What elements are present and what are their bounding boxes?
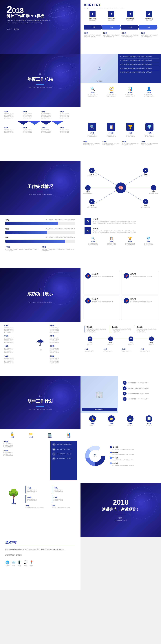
end-date: 20××年××月××日	[102, 519, 140, 522]
box3-sub: (请输入内容)	[122, 20, 139, 21]
branch-grid: 小标题 输入内容输入内容com输入内容输入内容com 小标题 输入内容输入内容c…	[26, 486, 76, 503]
main-title: 科技工作汇报PPT模板	[7, 14, 44, 18]
right-panel-3: 输入内容输入内容com输入内容输入内容com输入内容	[120, 64, 159, 66]
circle-icon-3: 💻 小标题 输入内容com	[127, 416, 134, 426]
umbrella-item-4: 小标题 输入内容输入内容com输入内容输入内容com输入内容输入内容com输入内…	[4, 355, 31, 364]
step-03: 03 小标题 输入内容com	[128, 336, 134, 345]
svg-text:图表: 图表	[94, 456, 96, 457]
icon-item-search: 🔍 小标题 输入内容输入内容com输入内容输入内容com	[83, 123, 101, 137]
bottom-icon-1: 🔍 小标题 输入内容输入内容com输入内容输入内容com	[83, 85, 102, 105]
umbrella-item-3: 小标题 输入内容输入内容com输入内容输入内容com输入内容输入内容com输入内…	[4, 345, 31, 353]
content-box-4: 4 明年工作计划 (请输入内容)	[140, 11, 158, 21]
right-panel-1: 输入内容输入内容com输入内容输入内容com输入内容	[120, 56, 159, 58]
project-item-1: 📌 输入标题 输入内容输入内容com输入内容输入内容com	[83, 271, 120, 294]
node-4: ▲ 小标题 输入内容输入内容com	[141, 199, 150, 208]
step-01: 01 小标题 输入内容com	[87, 336, 93, 345]
slide-umbrella: 小标题 输入内容输入内容com输入内容输入内容com输入内容输入内容com输入内…	[0, 322, 80, 376]
slide-numlist: 3 小标题 输入内容输入内容com输入内容输入内容com输入内容输入内容com输…	[80, 215, 161, 268]
b-icon-4: 💎 小标题 输入内容输入内容com输入内容输入内容com	[140, 237, 157, 245]
content-box-3: 3 成绩回顾及展望 (请输入内容)	[122, 11, 139, 21]
step-02: 02 小标题 输入内容com	[108, 336, 113, 345]
bottom-icon-2: 🧭 小标题 输入内容输入内容com输入内容输入内容com	[102, 85, 121, 105]
icon-item-list: 📋 小标题 输入内容输入内容com输入内容输入内容com	[102, 123, 120, 137]
section-title-04: 明年工作计划	[27, 398, 53, 404]
content-subtitle: Lorem ipsum dolor sit amet, consectetur …	[84, 8, 158, 8]
slide-arrows: 小标题 输入内容输入内容com输入内容输入内容com输入内容输入内容com输入内…	[0, 107, 80, 161]
bottom-circles: 🔒 小标题 输入内容com 📁 小标题 输入内容com 💻 小标题 输入内容co…	[80, 412, 161, 429]
arrow-text-row-2: 小标题 输入内容输入内容com输入内容输入内容com输入内容输入内容com 小标…	[4, 127, 76, 134]
slide-section-02: 02 工作完成情况 Lorem ipsum dolor sit amet con…	[0, 161, 80, 215]
tree-bottom: 小标题 输入内容输入内容com输入内容输入内容com 小标题 输入内容输入内容c…	[26, 505, 76, 508]
timeline-top: 输入标题 输入内容输入内容com输入内容输入内容com输入内容输入内容com输入…	[84, 326, 157, 332]
timeline-top-1: 输入标题 输入内容输入内容com输入内容输入内容com输入内容输入内容com输入…	[84, 326, 107, 332]
arrow-item-8: 小标题 输入内容输入内容com输入内容输入内容com输入内容输入内容com	[60, 127, 76, 134]
rp-item-04: 04 输入内容输入内容com输入内容	[52, 457, 75, 460]
bottom-left-2: 小标题 输入内容输入内容com输入内容输入内容com输入内容输入内容com	[102, 140, 120, 146]
b-icon-2: 📋 小标题 输入内容输入内容com输入内容输入内容com	[103, 237, 120, 245]
slide-plan: 🏢 本年度完成情况 01 输入内容输入内容com输入内容输入内容com 02 输…	[80, 376, 161, 429]
rp-item-02: 02 输入内容输入内容com输入内容	[52, 448, 75, 451]
mind-center: 🧠	[116, 182, 126, 193]
content-heading: CONTENT	[84, 3, 158, 7]
bottom-left-1: 小标题 输入内容输入内容com输入内容输入内容com输入内容输入内容com	[83, 140, 100, 146]
arrow-item-3: 小标题 输入内容输入内容com输入内容输入内容com输入内容输入内容com输入内…	[41, 111, 58, 119]
small-item-2: 小标题 输入内容输入内容com输入内容输入内容com输入内容输入内容com	[103, 32, 120, 37]
box3-title: 成绩回顾及展望	[122, 18, 139, 20]
branch-1: 小标题 输入内容输入内容com输入内容输入内容com	[26, 486, 50, 494]
small-items: 小标题 输入内容输入内容com输入内容输入内容com输入内容输入内容com 小标…	[84, 32, 158, 37]
b-icon-3: 🏆 小标题 输入内容输入内容com输入内容输入内容com	[122, 237, 138, 245]
plan-item-1: 01 输入内容输入内容com输入内容输入内容com	[123, 381, 159, 385]
num-item-3: 3 小标题 输入内容输入内容com输入内容输入内容com输入内容输入内容com输…	[84, 218, 157, 225]
tl-bottom-4: 小标题 输入内容输入内容com	[140, 348, 157, 352]
step-06: 06 小标题 输入内容com	[149, 336, 154, 345]
umbrella-ritem-2: 小标题 输入内容输入内容com输入内容输入内容com输入内容输入内容com输入内…	[50, 335, 76, 343]
title-description: Lorem ipsum dolor sit amet, consectetur …	[7, 20, 54, 24]
tree-branches: 小标题 输入内容输入内容com输入内容输入内容com 小标题 输入内容输入内容c…	[26, 486, 76, 508]
tree-btm-2: 小标题 输入内容输入内容com输入内容输入内容com	[52, 505, 76, 508]
cp-icon-2: 📧 小标题	[12, 560, 16, 566]
timeline-steps: 01 小标题 输入内容com 02 小标题 输入内容com 03 小标题 输入内…	[87, 336, 154, 345]
cp-icon-5: 📍 小标题	[30, 560, 34, 566]
arrow-text-row: 小标题 输入内容输入内容com输入内容输入内容com输入内容输入内容com输入内…	[4, 111, 76, 119]
icons2-content: 小标题 输入内容输入内容com输入内容输入内容com输入内容输入内容com 小标…	[3, 441, 77, 480]
icons2-right-panel: 01 输入内容输入内容com输入内容 02 输入内容输入内容com输入内容 03…	[50, 441, 77, 480]
copyright-text2: 如侵权请联系千图网处理。	[5, 554, 75, 556]
office-label: 本年度完成情况	[83, 409, 116, 410]
tree-layout: 🌳 小标题 小标题 输入内容输入内容com输入内容输入内容com 小标题 输入内…	[4, 486, 76, 508]
small-item-3: 小标题 输入内容输入内容com输入内容输入内容com输入内容输入内容com	[122, 32, 139, 37]
cp-icon-3: 📱 小标题	[18, 560, 22, 566]
end-author: 汇报人：	[102, 517, 140, 519]
tree-visual: 🌳 小标题	[4, 486, 23, 508]
num-item-4: 4 小标题 输入内容输入内容com输入内容输入内容com输入内容输入内容com输…	[84, 228, 157, 234]
branch-4: 小标题 输入内容输入内容com输入内容输入内容com	[52, 495, 76, 503]
tl-bottom-2: 小标题 输入内容输入内容com	[103, 348, 120, 352]
diamond-row	[4, 122, 76, 125]
cp-icon-4: 💬 小标题	[24, 560, 28, 566]
slide-donut: 循环 图表 01 小标题 输入内容输入内容com输入内容输入内容com 02 小	[80, 429, 161, 483]
legend-item-4: 04 小标题 输入内容输入内容com输入内容输入内容com	[110, 462, 158, 466]
plan-item-3: 03 输入内容输入内容com输入内容输入内容com	[123, 392, 159, 396]
slide-project: 📌 输入标题 输入内容输入内容com输入内容输入内容com 📌 输入标题 输入内…	[80, 268, 161, 322]
content-box-2: 2 工作成就展示 (请输入内容)	[103, 11, 120, 21]
rp-item-01: 01 输入内容输入内容com输入内容	[52, 443, 75, 446]
author-label: 汇报人：千图网	[7, 28, 19, 30]
arrow-row: 小标题 小标题 小标题 小标题	[84, 25, 158, 30]
timeline-top-2: 输入标题 输入内容输入内容com输入内容输入内容com输入内容输入内容com输入…	[110, 326, 132, 332]
right-panel-2: 输入内容输入内容com输入内容输入内容com输入内容	[120, 60, 159, 62]
icon2-1: 🔒 小标题	[3, 432, 21, 438]
slide-icons: 🔍 小标题 输入内容输入内容com输入内容输入内容com 📋 小标题 输入内容输…	[80, 107, 161, 161]
umbrella-item-2: 小标题 输入内容输入内容com输入内容输入内容com输入内容输入内容com输入内…	[4, 335, 31, 343]
progress-item-1: 市场 输入内容输入内容com输入内容输入内容com	[5, 219, 75, 225]
umbrella-right: 小标题 输入内容输入内容com输入内容输入内容com输入内容输入内容com输入内…	[50, 325, 76, 364]
svg-text:循环: 循环	[94, 454, 97, 456]
bottom-icon-4: 👤 小标题 输入内容输入内容com输入内容输入内容com	[140, 85, 158, 105]
plan-item-2: 02 输入内容输入内容com输入内容输入内容com	[123, 386, 159, 390]
plan-items: 01 输入内容输入内容com输入内容输入内容com 02 输入内容输入内容com…	[121, 378, 161, 404]
timeline-top-3: 输入标题 输入内容输入内容com输入内容输入内容com输入内容输入内容com输入…	[134, 326, 157, 332]
slide-section-04: 04 明年工作计划 Lorem ipsum dolor sit amet con…	[0, 376, 80, 429]
timeline-line-row: 01 小标题 输入内容com 02 小标题 输入内容com 03 小标题 输入内…	[87, 336, 154, 345]
slide-icons2: 🔒 小标题 📁 小标题 💻 小标题 📊 小标题	[0, 429, 80, 483]
umbrella-item-1: 小标题 输入内容输入内容com输入内容输入内容com输入内容输入内容com输入内…	[4, 325, 31, 333]
icons-row: 🔍 小标题 输入内容输入内容com输入内容输入内容com 📋 小标题 输入内容输…	[83, 123, 158, 137]
slide-content: CONTENT Lorem ipsum dolor sit amet, cons…	[80, 0, 161, 54]
